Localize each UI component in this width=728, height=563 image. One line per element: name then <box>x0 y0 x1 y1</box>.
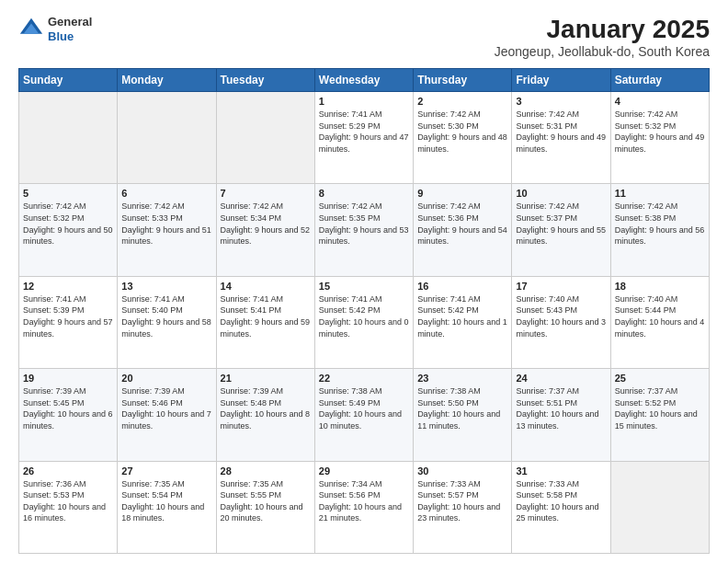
calendar-cell: 7Sunrise: 7:42 AM Sunset: 5:34 PM Daylig… <box>216 184 314 276</box>
day-number: 21 <box>221 373 311 384</box>
calendar-cell: 4Sunrise: 7:42 AM Sunset: 5:32 PM Daylig… <box>610 92 709 184</box>
calendar-cell: 16Sunrise: 7:41 AM Sunset: 5:42 PM Dayli… <box>414 276 512 368</box>
column-header-sunday: Sunday <box>19 69 118 92</box>
calendar-cell: 13Sunrise: 7:41 AM Sunset: 5:40 PM Dayli… <box>118 276 216 368</box>
calendar-cell: 3Sunrise: 7:42 AM Sunset: 5:31 PM Daylig… <box>512 92 610 184</box>
logo-general: General <box>48 15 92 29</box>
day-info: Sunrise: 7:39 AM Sunset: 5:48 PM Dayligh… <box>221 385 311 431</box>
column-header-tuesday: Tuesday <box>216 69 314 92</box>
calendar-cell: 31Sunrise: 7:33 AM Sunset: 5:58 PM Dayli… <box>512 461 610 553</box>
day-info: Sunrise: 7:35 AM Sunset: 5:55 PM Dayligh… <box>221 478 311 524</box>
day-info: Sunrise: 7:41 AM Sunset: 5:41 PM Dayligh… <box>221 293 311 339</box>
day-info: Sunrise: 7:35 AM Sunset: 5:54 PM Dayligh… <box>121 478 211 524</box>
day-number: 16 <box>417 281 507 292</box>
calendar-cell: 26Sunrise: 7:36 AM Sunset: 5:53 PM Dayli… <box>19 461 118 553</box>
week-row-5: 26Sunrise: 7:36 AM Sunset: 5:53 PM Dayli… <box>19 461 710 553</box>
day-number: 24 <box>516 373 606 384</box>
week-row-3: 12Sunrise: 7:41 AM Sunset: 5:39 PM Dayli… <box>19 276 710 368</box>
day-number: 20 <box>121 373 211 384</box>
day-info: Sunrise: 7:42 AM Sunset: 5:34 PM Dayligh… <box>221 201 311 247</box>
day-info: Sunrise: 7:34 AM Sunset: 5:56 PM Dayligh… <box>319 478 409 524</box>
day-number: 8 <box>319 188 409 199</box>
day-info: Sunrise: 7:42 AM Sunset: 5:32 PM Dayligh… <box>23 201 113 247</box>
calendar-cell: 30Sunrise: 7:33 AM Sunset: 5:57 PM Dayli… <box>414 461 512 553</box>
day-number: 31 <box>516 465 606 477</box>
day-number: 25 <box>615 373 705 384</box>
day-info: Sunrise: 7:33 AM Sunset: 5:58 PM Dayligh… <box>516 478 606 524</box>
day-number: 11 <box>615 188 705 199</box>
day-info: Sunrise: 7:40 AM Sunset: 5:43 PM Dayligh… <box>516 293 606 339</box>
calendar-cell: 9Sunrise: 7:42 AM Sunset: 5:36 PM Daylig… <box>414 184 512 276</box>
day-number: 22 <box>319 373 409 384</box>
calendar-subtitle: Jeongeup, Jeollabuk-do, South Korea <box>495 44 710 59</box>
day-number: 18 <box>615 281 705 292</box>
day-number: 30 <box>417 465 507 477</box>
calendar-cell: 14Sunrise: 7:41 AM Sunset: 5:41 PM Dayli… <box>216 276 314 368</box>
day-number: 9 <box>417 188 507 199</box>
day-number: 14 <box>221 281 311 292</box>
day-number: 29 <box>319 465 409 477</box>
calendar-cell: 22Sunrise: 7:38 AM Sunset: 5:49 PM Dayli… <box>314 369 413 461</box>
calendar-cell: 18Sunrise: 7:40 AM Sunset: 5:44 PM Dayli… <box>610 276 709 368</box>
day-info: Sunrise: 7:38 AM Sunset: 5:49 PM Dayligh… <box>319 385 409 431</box>
day-number: 6 <box>121 188 211 199</box>
column-header-saturday: Saturday <box>610 69 709 92</box>
calendar-cell: 28Sunrise: 7:35 AM Sunset: 5:55 PM Dayli… <box>216 461 314 553</box>
calendar-cell: 21Sunrise: 7:39 AM Sunset: 5:48 PM Dayli… <box>216 369 314 461</box>
day-info: Sunrise: 7:41 AM Sunset: 5:42 PM Dayligh… <box>319 293 409 339</box>
calendar-cell: 15Sunrise: 7:41 AM Sunset: 5:42 PM Dayli… <box>314 276 413 368</box>
day-info: Sunrise: 7:42 AM Sunset: 5:35 PM Dayligh… <box>319 201 409 247</box>
logo-text: General Blue <box>48 15 92 43</box>
day-info: Sunrise: 7:38 AM Sunset: 5:50 PM Dayligh… <box>417 385 507 431</box>
calendar-cell: 6Sunrise: 7:42 AM Sunset: 5:33 PM Daylig… <box>118 184 216 276</box>
calendar-cell: 20Sunrise: 7:39 AM Sunset: 5:46 PM Dayli… <box>118 369 216 461</box>
day-number: 1 <box>319 96 409 107</box>
day-number: 12 <box>23 281 113 292</box>
calendar-cell: 27Sunrise: 7:35 AM Sunset: 5:54 PM Dayli… <box>118 461 216 553</box>
day-number: 13 <box>121 281 211 292</box>
column-header-thursday: Thursday <box>414 69 512 92</box>
day-info: Sunrise: 7:41 AM Sunset: 5:29 PM Dayligh… <box>319 109 409 155</box>
day-info: Sunrise: 7:39 AM Sunset: 5:45 PM Dayligh… <box>23 385 113 431</box>
day-info: Sunrise: 7:42 AM Sunset: 5:33 PM Dayligh… <box>121 201 211 247</box>
day-info: Sunrise: 7:37 AM Sunset: 5:51 PM Dayligh… <box>516 385 606 431</box>
column-header-friday: Friday <box>512 69 610 92</box>
calendar-title: January 2025 <box>495 15 710 44</box>
week-row-1: 1Sunrise: 7:41 AM Sunset: 5:29 PM Daylig… <box>19 92 710 184</box>
calendar-cell: 1Sunrise: 7:41 AM Sunset: 5:29 PM Daylig… <box>314 92 413 184</box>
calendar-cell: 23Sunrise: 7:38 AM Sunset: 5:50 PM Dayli… <box>414 369 512 461</box>
day-number: 3 <box>516 96 606 107</box>
calendar-cell: 12Sunrise: 7:41 AM Sunset: 5:39 PM Dayli… <box>19 276 118 368</box>
day-number: 10 <box>516 188 606 199</box>
day-info: Sunrise: 7:33 AM Sunset: 5:57 PM Dayligh… <box>417 478 507 524</box>
calendar-table: SundayMondayTuesdayWednesdayThursdayFrid… <box>18 68 710 554</box>
day-info: Sunrise: 7:42 AM Sunset: 5:37 PM Dayligh… <box>516 201 606 247</box>
week-row-2: 5Sunrise: 7:42 AM Sunset: 5:32 PM Daylig… <box>19 184 710 276</box>
column-header-monday: Monday <box>118 69 216 92</box>
day-number: 23 <box>417 373 507 384</box>
calendar-cell <box>610 461 709 553</box>
day-number: 28 <box>221 465 311 477</box>
day-info: Sunrise: 7:42 AM Sunset: 5:36 PM Dayligh… <box>417 201 507 247</box>
day-info: Sunrise: 7:40 AM Sunset: 5:44 PM Dayligh… <box>615 293 705 339</box>
day-number: 5 <box>23 188 113 199</box>
calendar-cell: 19Sunrise: 7:39 AM Sunset: 5:45 PM Dayli… <box>19 369 118 461</box>
header: General Blue January 2025 Jeongeup, Jeol… <box>18 15 710 59</box>
day-info: Sunrise: 7:42 AM Sunset: 5:32 PM Dayligh… <box>615 109 705 155</box>
calendar-cell <box>19 92 118 184</box>
calendar-cell: 17Sunrise: 7:40 AM Sunset: 5:43 PM Dayli… <box>512 276 610 368</box>
calendar-cell: 11Sunrise: 7:42 AM Sunset: 5:38 PM Dayli… <box>610 184 709 276</box>
day-info: Sunrise: 7:37 AM Sunset: 5:52 PM Dayligh… <box>615 385 705 431</box>
day-number: 15 <box>319 281 409 292</box>
day-info: Sunrise: 7:39 AM Sunset: 5:46 PM Dayligh… <box>121 385 211 431</box>
day-info: Sunrise: 7:41 AM Sunset: 5:39 PM Dayligh… <box>23 293 113 339</box>
day-number: 2 <box>417 96 507 107</box>
calendar-cell: 8Sunrise: 7:42 AM Sunset: 5:35 PM Daylig… <box>314 184 413 276</box>
week-row-4: 19Sunrise: 7:39 AM Sunset: 5:45 PM Dayli… <box>19 369 710 461</box>
calendar-cell: 2Sunrise: 7:42 AM Sunset: 5:30 PM Daylig… <box>414 92 512 184</box>
day-number: 27 <box>121 465 211 477</box>
calendar-cell: 5Sunrise: 7:42 AM Sunset: 5:32 PM Daylig… <box>19 184 118 276</box>
day-info: Sunrise: 7:42 AM Sunset: 5:30 PM Dayligh… <box>417 109 507 155</box>
calendar-cell: 29Sunrise: 7:34 AM Sunset: 5:56 PM Dayli… <box>314 461 413 553</box>
day-info: Sunrise: 7:41 AM Sunset: 5:42 PM Dayligh… <box>417 293 507 339</box>
